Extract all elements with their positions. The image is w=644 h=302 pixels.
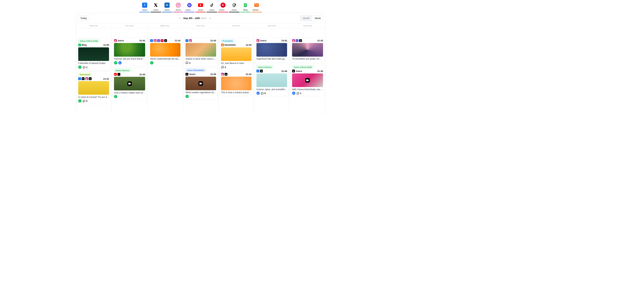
post-footer: ✓ — [186, 95, 216, 98]
day-column-wed: f◉GP@21:41Never underestimate the tas…✓ — [148, 28, 183, 111]
channel-instagram[interactable]: Jusco — [173, 3, 184, 12]
post-thumbnail — [256, 43, 287, 57]
channel-label: Jusco — [195, 9, 206, 11]
day-header: SAT 9/14 — [254, 23, 290, 28]
post-tag: Jusco Greens — [114, 69, 131, 72]
post-time: 21:45 — [210, 73, 216, 76]
post-channel-label: Jusco — [296, 70, 302, 72]
post-footer: ✓ — [150, 61, 180, 64]
status-approved-icon: ✓ — [78, 65, 82, 69]
channel-youtube[interactable]: Jusco — [195, 3, 206, 12]
svg-point-1 — [177, 4, 179, 6]
channel-label: Jusco — [161, 9, 173, 11]
channel-pinterest[interactable]: Jusco … — [217, 3, 229, 12]
channel-label: Jusco — [206, 9, 218, 11]
post-card[interactable]: f◉21:42Justice is done when Jusco i…2 — [184, 38, 217, 66]
channel-facebook[interactable]: fJusco — [139, 3, 150, 12]
post-footer: 2 — [186, 61, 216, 64]
x-icon: 𝕏 — [82, 77, 84, 80]
post-card[interactable]: Promotion✉Newsletter12:28SJ: new flavour… — [220, 38, 253, 70]
post-tag: Jusco Citrus Soda — [292, 65, 313, 69]
post-card[interactable]: Jusco Citrus Soda≡Blog12:285 Benefits of… — [77, 38, 110, 70]
threads-icon: @ — [225, 73, 227, 76]
post-time: 12:28 — [103, 44, 109, 46]
post-card[interactable]: ◉G@21:42All smoothies are pretty. So… — [291, 38, 325, 63]
post-tag: Smoothies — [78, 73, 92, 76]
post-thumbnail — [292, 43, 323, 57]
instagram-icon: ◉ — [221, 73, 224, 76]
channel-x[interactable]: Jusco — [150, 3, 162, 12]
facebook-icon: f — [150, 39, 153, 42]
video-icon — [127, 81, 132, 86]
post-card[interactable]: Jusco Greensf𝕏21:44Greens, spice, and ev… — [255, 64, 289, 96]
post-time: 21:41 — [175, 39, 180, 42]
channel-newsletter[interactable]: Newsl… — [251, 3, 262, 12]
channel-google[interactable]: GJusco … — [184, 3, 195, 12]
post-card[interactable]: Jusco Greens▶♪21:43Jusco Greens makes su… — [113, 67, 147, 100]
channel-label: Jusco … — [217, 9, 229, 11]
status-scheduled-icon: L — [118, 61, 122, 64]
post-thumbnail — [78, 81, 109, 95]
status-scheduled-icon: L — [256, 91, 260, 95]
post-card[interactable]: Jusco Smoothies𝕏Jusco21:45What creative … — [184, 67, 217, 99]
status-approved-icon: ✓ — [78, 99, 82, 102]
post-footer: L6 — [256, 91, 287, 95]
post-card[interactable]: Smoothiesf𝕏◉@21:41In need of a boost? Tr… — [77, 71, 110, 104]
post-caption: Jusco Greens makes sure yo… — [114, 91, 145, 94]
instagram-icon: ◉ — [114, 39, 117, 42]
day-header: MON 9/9 — [76, 23, 111, 28]
status-approved-icon: ✓ — [186, 95, 189, 98]
month-view-button[interactable]: Month — [300, 15, 312, 21]
today-button[interactable]: Today — [78, 15, 90, 21]
post-footer: ✓L — [114, 61, 145, 64]
post-thumbnail — [256, 73, 287, 87]
day-column-fri: Promotion✉Newsletter12:28SJ: new flavour… — [219, 28, 254, 111]
day-header: FRI 9/13 — [218, 23, 254, 28]
post-thumbnail — [114, 77, 145, 90]
svg-rect-0 — [176, 3, 180, 7]
view-toggle: Month Week — [300, 15, 324, 21]
post-caption: Never underestimate the tas… — [150, 58, 180, 60]
channel-blog[interactable]: Blog — [240, 3, 251, 12]
svg-point-2 — [179, 4, 180, 4]
post-time: 21:42 — [246, 73, 251, 76]
instagram-icon: ◉ — [189, 39, 192, 42]
instagram-icon: ◉ — [256, 39, 259, 42]
threads-icon: @ — [164, 39, 167, 42]
post-tag: Jusco Smoothies — [186, 69, 206, 72]
post-caption: With #JuscoCitrusSoda, you … — [292, 88, 323, 91]
post-channel-label: Blog — [82, 44, 86, 46]
instagram-icon: ◉ — [154, 39, 157, 42]
day-column-sat: ◉Jusco13:42Superfood that also looks go…… — [254, 28, 290, 111]
post-footer: ✓ — [114, 95, 145, 98]
post-title: SJ: new flavour in town — [221, 62, 251, 64]
post-footer: ✓1 — [78, 65, 109, 69]
post-channel-label: Jusco — [189, 73, 196, 76]
post-time: 21:41 — [103, 78, 109, 80]
post-footer: ✓2 — [78, 99, 109, 102]
channel-label: Jusco — [173, 9, 184, 11]
post-caption: Justice is done when Jusco i… — [186, 58, 216, 60]
channel-threads[interactable]: Jusco — [229, 3, 240, 12]
youtube-icon: ▶ — [114, 73, 117, 76]
post-time: 21:42 — [210, 39, 216, 42]
post-card[interactable]: ◉@21:42This is how a nutrient power… — [220, 71, 253, 96]
channel-label: Jusco … — [184, 9, 195, 11]
post-card[interactable]: ◉Jusco01:41Yummy! Did you know that ki…✓… — [113, 38, 147, 66]
svg-text:G: G — [188, 4, 190, 7]
week-view-button[interactable]: Week — [312, 15, 324, 21]
post-card[interactable]: ◉Jusco13:42Superfood that also looks go… — [255, 38, 289, 63]
channel-linkedin[interactable]: inJusco — [161, 3, 173, 12]
post-card[interactable]: f◉GP@21:41Never underestimate the tas…✓ — [149, 38, 182, 66]
next-week-button[interactable]: → — [209, 17, 211, 20]
newsletter-icon: ✉ — [221, 43, 224, 46]
post-caption: All smoothies are pretty. So… — [292, 58, 323, 60]
channel-tiktok[interactable]: Jusco — [206, 3, 218, 12]
day-header: WED 9/11 — [147, 23, 183, 28]
post-caption: In need of a boost? Try our d… — [78, 96, 109, 98]
day-header: TUE 9/10 — [111, 23, 147, 28]
instagram-icon: ◉ — [292, 39, 295, 42]
post-card[interactable]: Jusco Citrus Soda𝕏Jusco21:45With #JuscoC… — [291, 64, 325, 96]
day-column-tue: ◉Jusco01:41Yummy! Did you know that ki…✓… — [112, 28, 148, 111]
prev-week-button[interactable]: ← — [179, 17, 181, 20]
